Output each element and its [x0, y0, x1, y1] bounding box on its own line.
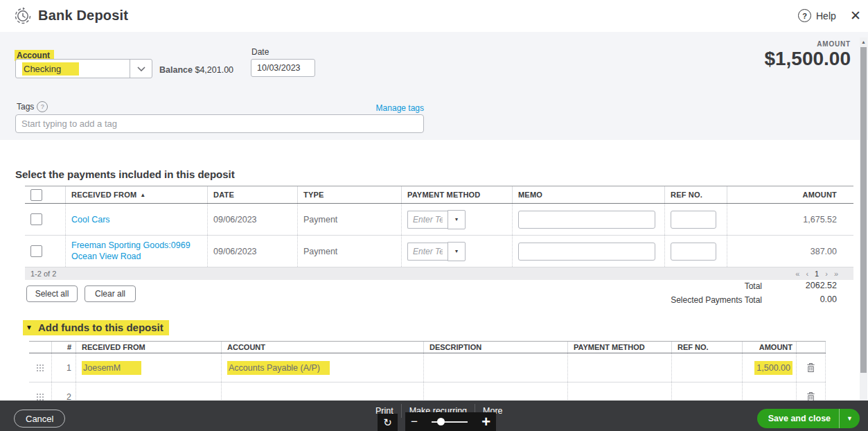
pagination-range: 1-2 of 2	[25, 270, 56, 278]
selected-payments-total-value: 0.00	[25, 294, 837, 304]
account-field[interactable]: Accounts Payable (A/P)	[222, 353, 424, 382]
col-description: DESCRIPTION	[424, 342, 568, 353]
zoom-in-icon[interactable]: +	[481, 413, 490, 431]
col-amount: AMOUNT	[727, 186, 853, 203]
pagination-current-page[interactable]: 1	[815, 270, 819, 278]
amount-value: $1,500.00	[764, 48, 851, 70]
add-funds-heading[interactable]: ▼ Add funds to this deposit	[23, 320, 169, 335]
dropdown-icon[interactable]: ▾	[448, 242, 466, 261]
zoom-slider[interactable]	[432, 421, 468, 423]
deposit-form-panel: Account Checking Balance $4,201.00 Date …	[0, 32, 868, 140]
delete-row-button[interactable]	[797, 353, 826, 382]
recorder-refresh-button[interactable]: ↻	[378, 414, 398, 431]
payment-method-input[interactable]	[407, 211, 448, 229]
chevron-down-icon[interactable]	[130, 60, 152, 78]
payments-table: RECEIVED FROM ▲ DATE TYPE PAYMENT METHOD…	[25, 186, 853, 280]
account-select[interactable]: Checking	[15, 59, 152, 78]
zoom-out-icon[interactable]: −	[411, 415, 418, 429]
refresh-icon: ↻	[383, 416, 392, 429]
amount-field[interactable]: 1,500.00	[743, 353, 797, 382]
ref-no-input[interactable]	[671, 243, 716, 261]
tags-input[interactable]	[15, 114, 424, 133]
amount-label: AMOUNT	[764, 40, 851, 48]
date-label: Date	[251, 47, 269, 57]
payment-amount: 1,675.52	[727, 204, 853, 235]
description-field[interactable]	[424, 353, 568, 382]
balance-text: Balance $4,201.00	[159, 65, 233, 75]
payment-type: Payment	[298, 236, 402, 267]
payment-row-2: Freeman Sporting Goods:0969 Ocean View R…	[25, 236, 853, 267]
date-field[interactable]	[251, 59, 315, 77]
col-amount: AMOUNT	[743, 342, 797, 353]
save-and-close-button[interactable]: Save and close ▼	[757, 409, 860, 428]
collapse-icon[interactable]: ▼	[26, 324, 33, 331]
col-payment-method: PAYMENT METHOD	[402, 186, 513, 203]
page-title: Bank Deposit	[38, 8, 128, 24]
col-account: ACCOUNT	[222, 342, 424, 353]
add-funds-row-1: 1 JoesemM Accounts Payable (A/P) 1,500.0…	[29, 353, 826, 382]
payment-date: 09/06/2023	[208, 236, 298, 267]
col-type: TYPE	[298, 186, 402, 203]
help-button[interactable]: ? Help	[798, 9, 836, 22]
dropdown-icon[interactable]: ▾	[448, 210, 466, 229]
pagination-bar: 1-2 of 2 « ‹ 1 › »	[25, 267, 853, 280]
scroll-up-icon[interactable]: ▲	[860, 37, 867, 44]
pagination-last[interactable]: »	[834, 270, 838, 278]
payer-link[interactable]: Cool Cars	[71, 215, 110, 225]
add-funds-header-row: # RECEIVED FROM ACCOUNT DESCRIPTION PAYM…	[29, 341, 826, 353]
row-number: 1	[52, 353, 76, 382]
payment-amount: 387.00	[727, 236, 853, 267]
col-ref-no: REF NO.	[672, 342, 743, 353]
drag-handle-icon[interactable]	[29, 353, 52, 382]
bank-deposit-window: Bank Deposit ? Help ✕ Account Checking B…	[0, 0, 868, 431]
memo-input[interactable]	[518, 243, 655, 261]
manage-tags-link[interactable]: Manage tags	[376, 103, 424, 113]
scrollbar-thumb[interactable]	[860, 47, 867, 373]
payment-type: Payment	[298, 204, 402, 235]
divider	[401, 404, 402, 418]
close-icon[interactable]: ✕	[850, 9, 861, 22]
col-ref-no: REF NO.	[665, 186, 727, 203]
select-all-checkbox[interactable]	[30, 189, 42, 201]
trash-icon	[806, 362, 815, 373]
payment-date: 09/06/2023	[208, 204, 298, 235]
memo-input[interactable]	[518, 211, 655, 229]
row-checkbox[interactable]	[30, 245, 42, 257]
ref-no-field[interactable]	[672, 353, 743, 382]
payment-method-combo: ▾	[407, 210, 466, 229]
col-number: #	[52, 342, 76, 353]
ref-no-input[interactable]	[671, 211, 716, 229]
col-date: DATE	[208, 186, 298, 203]
col-memo: MEMO	[513, 186, 665, 203]
tags-help-icon[interactable]: ?	[37, 101, 48, 112]
payment-method-combo: ▾	[407, 242, 466, 261]
payments-section-heading: Select the payments included in this dep…	[15, 168, 235, 180]
payment-method-input[interactable]	[407, 243, 448, 261]
amount-summary: AMOUNT $1,500.00	[764, 40, 851, 70]
balance-label: Balance	[159, 65, 193, 75]
cancel-button[interactable]: Cancel	[14, 410, 65, 428]
received-from-field[interactable]: JoesemM	[76, 353, 222, 382]
total-value: 2062.52	[25, 281, 837, 290]
col-received-from: RECEIVED FROM	[76, 342, 222, 353]
manage-tags-link-wrap: Manage tags	[277, 103, 424, 113]
zoom-slider-handle[interactable]	[437, 418, 445, 425]
help-icon: ?	[798, 9, 811, 22]
pagination-prev[interactable]: ‹	[806, 270, 808, 278]
payment-row-1: Cool Cars 09/06/2023 Payment ▾ 1,675.52	[25, 204, 853, 236]
pagination-first[interactable]: «	[795, 270, 799, 278]
sort-asc-icon: ▲	[140, 192, 145, 198]
col-payment-method: PAYMENT METHOD	[568, 342, 672, 353]
pagination-next[interactable]: ›	[825, 270, 828, 278]
header-bar: Bank Deposit ? Help ✕	[0, 0, 868, 32]
payments-header-row: RECEIVED FROM ▲ DATE TYPE PAYMENT METHOD…	[25, 186, 853, 204]
row-checkbox[interactable]	[30, 213, 42, 225]
tags-label: Tags ?	[17, 101, 48, 112]
scrollbar-track[interactable]: ▲	[860, 37, 867, 431]
account-value: Checking	[22, 62, 79, 76]
recorder-zoom-control: − +	[405, 412, 496, 431]
col-received-from[interactable]: RECEIVED FROM ▲	[66, 186, 208, 203]
payment-method-field[interactable]	[568, 353, 672, 382]
payer-link[interactable]: Freeman Sporting Goods:0969 Ocean View R…	[71, 240, 207, 262]
save-options-dropdown-icon[interactable]: ▼	[840, 415, 860, 422]
